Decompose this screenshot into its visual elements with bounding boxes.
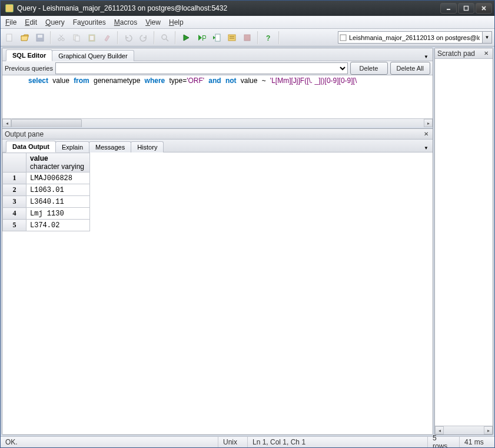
paste-icon[interactable] xyxy=(85,31,98,44)
stop-icon[interactable] xyxy=(241,31,254,44)
svg-rect-6 xyxy=(38,35,42,38)
previous-queries-combo[interactable] xyxy=(55,62,348,74)
result-grid[interactable]: value character varying 1LMAJ006828 2L10… xyxy=(2,152,433,434)
svg-text:?: ? xyxy=(266,34,270,42)
menu-edit[interactable]: Edit xyxy=(25,18,37,26)
find-icon[interactable] xyxy=(158,31,171,44)
scratch-pad-close-icon[interactable]: ✕ xyxy=(482,49,490,58)
toolbar: P G ? ▼ xyxy=(1,29,494,47)
menu-query[interactable]: Query xyxy=(45,18,65,26)
tab-sql-editor[interactable]: SQL Editor xyxy=(6,49,52,61)
status-rowcount: 5 rows. xyxy=(428,437,460,447)
delete-all-button[interactable]: Delete All xyxy=(390,62,430,75)
scroll-thumb[interactable] xyxy=(11,119,82,127)
svg-line-16 xyxy=(166,39,168,41)
output-pane-close-icon[interactable]: ✕ xyxy=(422,130,430,138)
tab-graphical-query-builder[interactable]: Graphical Query Builder xyxy=(52,50,134,61)
new-icon[interactable] xyxy=(3,31,16,44)
tab-messages[interactable]: Messages xyxy=(89,141,131,152)
minimize-button[interactable] xyxy=(440,3,457,14)
window-title: Query - Leishmania_major_26112013 on pos… xyxy=(17,4,227,12)
svg-rect-12 xyxy=(75,36,79,41)
svg-rect-14 xyxy=(90,36,94,40)
scroll-left-icon[interactable]: ◂ xyxy=(2,119,11,127)
open-icon[interactable] xyxy=(18,31,31,44)
close-button[interactable] xyxy=(476,3,492,14)
svg-rect-19 xyxy=(228,35,235,41)
scroll-right-icon[interactable]: ▸ xyxy=(484,426,493,434)
scroll-left-icon[interactable]: ◂ xyxy=(435,426,444,434)
explain-icon[interactable] xyxy=(225,31,238,44)
svg-point-8 xyxy=(62,38,64,40)
status-eol: Unix xyxy=(218,437,248,447)
clear-icon[interactable] xyxy=(101,31,114,44)
sql-text-editor[interactable]: select value from genenametype where typ… xyxy=(2,75,433,127)
table-row: 2L1063.01 xyxy=(3,184,90,196)
editor-hscrollbar[interactable]: ◂ ▸ xyxy=(2,118,433,127)
menu-favourites[interactable]: Favourites xyxy=(73,18,106,26)
table-row: 1LMAJ006828 xyxy=(3,172,90,184)
title-bar: Query - Leishmania_major_26112013 on pos… xyxy=(1,1,494,16)
redo-icon[interactable] xyxy=(137,31,150,44)
help-icon[interactable]: ? xyxy=(262,31,275,44)
svg-text:P G: P G xyxy=(202,34,206,42)
execute-icon[interactable] xyxy=(180,31,192,44)
output-tabs-menu-icon[interactable]: ▼ xyxy=(422,144,430,152)
maximize-button[interactable] xyxy=(458,3,474,14)
svg-rect-4 xyxy=(6,34,12,41)
undo-icon[interactable] xyxy=(122,31,135,44)
cut-icon[interactable] xyxy=(55,31,68,44)
table-row: 4Lmj 1130 xyxy=(3,208,90,220)
output-pane-title: Output pane xyxy=(5,130,44,138)
status-ok: OK. xyxy=(1,437,218,447)
delete-button[interactable]: Delete xyxy=(350,62,388,75)
menu-help[interactable]: Help xyxy=(169,18,184,26)
menu-macros[interactable]: Macros xyxy=(114,18,137,26)
save-icon[interactable] xyxy=(34,31,46,44)
execute-file-icon[interactable] xyxy=(210,31,223,44)
app-icon xyxy=(5,4,14,12)
tab-history[interactable]: History xyxy=(131,141,164,152)
tab-explain[interactable]: Explain xyxy=(55,141,89,152)
menu-view[interactable]: View xyxy=(145,18,161,26)
connection-combo[interactable] xyxy=(338,31,483,44)
copy-icon[interactable] xyxy=(70,31,83,44)
execute-pgscript-icon[interactable]: P G xyxy=(195,31,208,44)
status-bar: OK. Unix Ln 1, Col 1, Ch 1 5 rows. 41 ms xyxy=(1,436,494,447)
menu-bar: File Edit Query Favourites Macros View H… xyxy=(1,16,494,29)
table-row: 3L3640.11 xyxy=(3,196,90,208)
svg-rect-1 xyxy=(464,6,469,11)
scratch-pad-area[interactable]: ◂ ▸ xyxy=(435,59,493,434)
connection-dropdown-icon[interactable]: ▼ xyxy=(483,31,492,44)
table-row: 5L374.02 xyxy=(3,220,90,231)
tab-data-output[interactable]: Data Output xyxy=(6,141,56,152)
rownum-header[interactable] xyxy=(3,153,26,172)
scratch-pad-title: Scratch pad xyxy=(437,49,475,58)
column-header-value[interactable]: value character varying xyxy=(26,153,90,172)
previous-queries-label: Previous queries xyxy=(5,65,53,72)
svg-rect-18 xyxy=(215,34,220,41)
status-time: 41 ms xyxy=(460,437,494,447)
scroll-right-icon[interactable]: ▸ xyxy=(424,119,433,127)
status-cursor-pos: Ln 1, Col 1, Ch 1 xyxy=(248,437,428,447)
editor-tabs-menu-icon[interactable]: ▼ xyxy=(422,52,430,61)
svg-point-7 xyxy=(58,38,61,40)
menu-file[interactable]: File xyxy=(5,18,16,26)
scratch-hscrollbar[interactable]: ◂ ▸ xyxy=(435,426,493,434)
svg-rect-22 xyxy=(244,35,250,41)
svg-point-15 xyxy=(162,35,167,39)
